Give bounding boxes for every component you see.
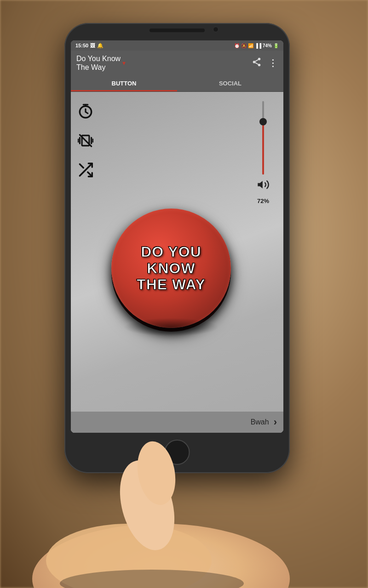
- tab-bar: BUTTON SOCIAL: [71, 75, 283, 92]
- status-bar: 15:50 🖼 🔔 ⏰ 🔕 📶 ▐▐ 74% 🔋: [71, 40, 283, 51]
- left-icons-panel: [75, 101, 96, 180]
- main-sound-button[interactable]: DO YOU KNOW THE WAY: [111, 209, 231, 328]
- volume-slider[interactable]: 72%: [257, 101, 270, 204]
- phone-home-button[interactable]: [165, 440, 190, 465]
- phone-camera: [213, 27, 218, 32]
- status-mute-icon: 🔕: [241, 43, 247, 48]
- svg-point-2: [258, 63, 261, 66]
- share-button[interactable]: [252, 57, 262, 69]
- phone-speaker: [150, 28, 205, 32]
- svg-point-1: [253, 61, 256, 63]
- status-time: 15:50: [75, 43, 88, 48]
- volume-percent: 72%: [257, 198, 269, 204]
- volume-icon: [257, 178, 270, 194]
- main-content: 72% DO YOU KNOW THE WAY Bwah ›: [71, 92, 283, 433]
- app-title-bar: Do You Know The Way ▾ ⋮: [71, 51, 283, 75]
- bottom-bar: Bwah ›: [71, 412, 283, 433]
- slider-thumb[interactable]: [259, 118, 267, 125]
- status-wifi-icon: 📶: [248, 43, 253, 48]
- svg-line-4: [255, 60, 258, 62]
- phone-shell: 15:50 🖼 🔔 ⏰ 🔕 📶 ▐▐ 74% 🔋 Do You Know The…: [64, 23, 290, 473]
- status-misc-icon: 🔔: [97, 43, 104, 49]
- main-sound-button-container: DO YOU KNOW THE WAY: [111, 209, 231, 328]
- svg-point-0: [258, 58, 261, 60]
- status-alarm-icon: ⏰: [234, 43, 240, 48]
- vibration-off-icon[interactable]: [75, 130, 96, 151]
- button-text: DO YOU KNOW THE WAY: [137, 244, 206, 293]
- slider-track[interactable]: [262, 101, 264, 175]
- timer-icon[interactable]: [75, 101, 96, 121]
- status-signal-icon: ▐▐: [255, 43, 261, 48]
- more-options-button[interactable]: ⋮: [268, 57, 278, 68]
- svg-line-3: [255, 62, 258, 64]
- status-battery-icon: 🔋: [273, 43, 279, 48]
- app-title: Do You Know The Way: [76, 54, 121, 72]
- dropdown-arrow-icon[interactable]: ▾: [122, 59, 126, 67]
- phone-screen: 15:50 🖼 🔔 ⏰ 🔕 📶 ▐▐ 74% 🔋 Do You Know The…: [71, 40, 283, 433]
- status-battery: 74%: [263, 43, 272, 48]
- bottom-label: Bwah: [251, 418, 269, 426]
- shuffle-icon[interactable]: [75, 160, 96, 180]
- tab-social[interactable]: SOCIAL: [177, 75, 283, 91]
- tab-button[interactable]: BUTTON: [71, 75, 177, 91]
- slider-fill: [262, 122, 264, 175]
- status-photo-icon: 🖼: [90, 43, 95, 48]
- next-button[interactable]: ›: [274, 416, 277, 428]
